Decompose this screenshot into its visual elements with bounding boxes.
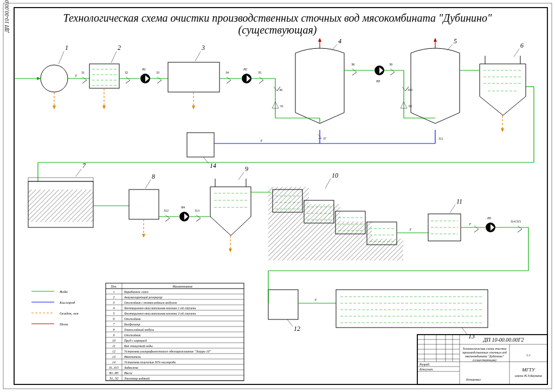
pump-h3: Н3 — [375, 66, 384, 83]
svg-text:З10: З10 — [408, 88, 412, 92]
valve-z13: З13 — [195, 209, 201, 221]
svg-text:З8: З8 — [351, 63, 354, 66]
svg-rect-92 — [28, 190, 93, 222]
svg-text:Отстойник с тонкослойным модул: Отстойник с тонкослойным модулем — [124, 301, 177, 304]
svg-text:Тонкослойный модуль: Тонкослойный модуль — [124, 328, 154, 331]
svg-text:13: 13 — [468, 332, 475, 340]
svg-text:7: 7 — [82, 162, 86, 169]
svg-text:11: 11 — [456, 198, 462, 205]
valve-z1: З1 — [81, 71, 87, 83]
svg-text:Э1: Э1 — [280, 104, 283, 108]
eq-13: 13 — [336, 290, 488, 340]
svg-marker-9 — [37, 77, 41, 80]
valve-z9: З9 — [389, 63, 395, 75]
svg-text:З7: З7 — [323, 137, 326, 140]
svg-text:Кислород: Кислород — [59, 300, 75, 305]
svg-marker-66 — [434, 38, 437, 42]
svg-text:Н5: Н5 — [487, 217, 491, 220]
svg-rect-29 — [168, 62, 220, 92]
valve-z8: З8 — [351, 63, 357, 75]
eq-14: 14 — [187, 133, 216, 169]
svg-text:12: 12 — [112, 350, 115, 353]
svg-rect-97 — [129, 190, 159, 219]
svg-line-143 — [450, 205, 455, 213]
svg-text:Установка получения 30% кислор: Установка получения 30% кислорода — [124, 361, 176, 364]
svg-text:Биофильтр: Биофильтр — [124, 323, 140, 326]
svg-text:(существующая): (существующая) — [473, 358, 496, 362]
svg-text:6: 6 — [520, 42, 524, 49]
svg-text:Аккумулирующий резервуар: Аккумулирующий резервуар — [124, 296, 162, 299]
svg-marker-33 — [192, 106, 195, 109]
svg-text:Эжектор водяной: Эжектор водяной — [124, 377, 150, 380]
svg-text:Н1..Н5: Н1..Н5 — [108, 371, 119, 375]
svg-text:З1: З1 — [81, 71, 85, 74]
svg-text:Э2: Э2 — [408, 104, 412, 108]
svg-text:Бак очищенной воды: Бак очищенной воды — [124, 344, 153, 348]
svg-text:5: 5 — [113, 312, 115, 315]
svg-marker-80 — [501, 128, 504, 132]
svg-text:10: 10 — [112, 339, 115, 342]
eq-6: 6 — [480, 42, 526, 132]
svg-text:1:1: 1:1 — [526, 354, 531, 357]
svg-text:З5: З5 — [258, 71, 261, 74]
svg-rect-85 — [187, 133, 214, 157]
svg-marker-42 — [318, 38, 321, 42]
svg-text:Технологическая схема очистки: Технологическая схема очистки — [463, 347, 507, 350]
svg-text:З15: З15 — [516, 220, 521, 223]
valve-z4: З4 — [225, 71, 231, 83]
svg-text:Флотационно-окислительная коло: Флотационно-окислительная колонна 1-ой с… — [124, 306, 196, 310]
svg-line-30 — [195, 51, 201, 61]
pump-h1: Н1 — [140, 68, 150, 83]
svg-text:З14: З14 — [511, 220, 515, 223]
svg-text:Т: Т — [409, 227, 412, 232]
valve-z3: З3 — [156, 71, 162, 83]
svg-text:6: 6 — [113, 317, 115, 321]
svg-rect-13 — [89, 64, 119, 88]
eq-11: 11 — [428, 198, 462, 241]
svg-text:З13: З13 — [195, 209, 199, 212]
svg-text:8: 8 — [113, 328, 115, 331]
equip-table: Поз. Наименование 1Барабанное сито2Аккум… — [106, 283, 244, 381]
svg-text:Разраб.: Разраб. — [419, 363, 430, 366]
svg-text:Барабанное сито: Барабанное сито — [124, 290, 149, 293]
eq-10: 10 — [268, 172, 403, 260]
svg-text:З11: З11 — [438, 137, 443, 140]
svg-point-3 — [41, 65, 68, 92]
svg-text:З9: З9 — [389, 63, 392, 66]
svg-text:Э1, Э2: Э1, Э2 — [109, 377, 119, 380]
svg-text:Отстойник: Отстойник — [124, 317, 141, 321]
svg-text:8: 8 — [152, 173, 155, 180]
svg-text:Н3: Н3 — [376, 80, 380, 83]
svg-text:13: 13 — [112, 355, 115, 358]
svg-line-77 — [514, 49, 519, 57]
valve-z2: З2 — [125, 71, 130, 83]
svg-marker-7 — [53, 106, 56, 109]
svg-text:2: 2 — [118, 44, 121, 51]
svg-line-156 — [287, 319, 293, 326]
svg-text:З12: З12 — [164, 209, 169, 212]
eq-12: 12 — [268, 290, 300, 332]
svg-text:ДП 10-00.00.00Г2: ДП 10-00.00.00Г2 — [482, 337, 524, 343]
svg-text:Копировал: Копировал — [466, 378, 481, 381]
svg-text:4: 4 — [113, 306, 115, 310]
svg-text:9: 9 — [245, 165, 248, 173]
pump-h2: Н2 — [242, 68, 251, 83]
svg-text:Н1: Н1 — [141, 68, 146, 71]
svg-line-98 — [145, 180, 151, 188]
svg-text:Консульт.: Консульт. — [419, 368, 434, 371]
svg-text:Т: Т — [469, 222, 472, 226]
svg-text:Т: Т — [260, 139, 263, 143]
svg-text:З3: З3 — [156, 71, 159, 74]
svg-line-114 — [238, 172, 244, 180]
svg-text:Н2: Н2 — [243, 68, 247, 71]
svg-text:14: 14 — [112, 361, 115, 364]
svg-text:10: 10 — [332, 172, 338, 179]
svg-text:Пена: Пена — [59, 322, 68, 326]
svg-text:Вода: Вода — [60, 290, 68, 294]
svg-rect-162 — [336, 290, 488, 328]
svg-marker-101 — [142, 234, 145, 238]
pump-h4: Н4 — [179, 206, 189, 221]
svg-text:Пруд с аэрацией: Пруд с аэрацией — [124, 339, 147, 342]
svg-text:Установка ультрафиолетового об: Установка ультрафиолетового обеззаражива… — [124, 350, 211, 353]
valve-z5: З5 — [258, 71, 263, 83]
